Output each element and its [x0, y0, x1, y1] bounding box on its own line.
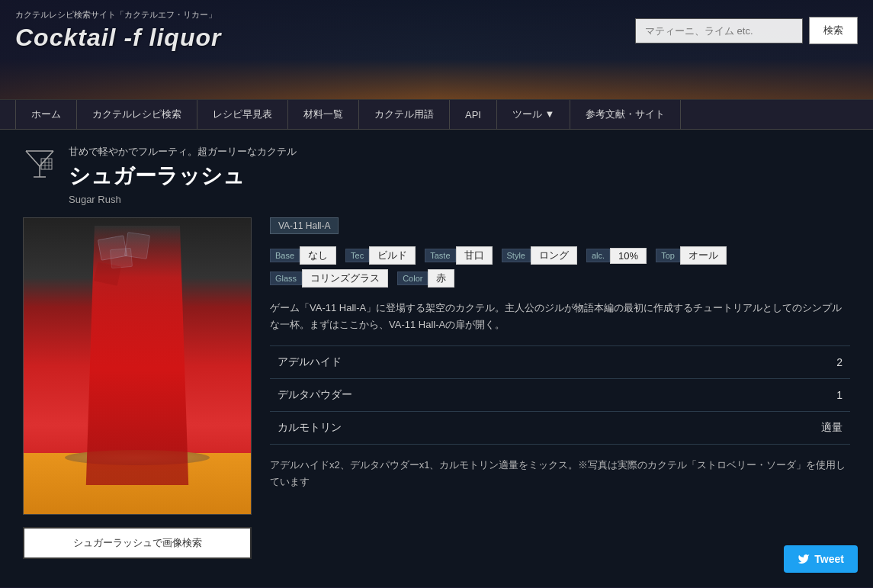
nav-item-tools[interactable]: ツール ▼ — [497, 100, 570, 129]
cocktail-description: ゲーム「VA-11 Hall-A」に登場する架空のカクテル。主人公のジルが物語本… — [270, 300, 850, 333]
cocktail-subtitle: 甘めで軽やかでフルーティ。超ガーリーなカクテル — [69, 145, 297, 159]
attr-value-taste: 甘口 — [456, 246, 493, 265]
cocktail-main-title: シュガーラッシュ — [69, 162, 297, 191]
site-logo: Cocktail -f liquor — [15, 24, 221, 52]
attr-value-tec: ビルド — [369, 246, 416, 265]
search-button[interactable]: 検索 — [809, 17, 858, 44]
ingredient-amount-3: 適量 — [682, 412, 850, 445]
ingredient-name-3: カルモトリン — [270, 412, 682, 445]
recipe-note: アデルハイドx2、デルタパウダーx1、カルモトリン適量をミックス。※写真は実際の… — [270, 457, 850, 490]
header-branding: カクテルレシピ検索サイト「カクテルエフ・リカー」 Cocktail -f liq… — [15, 9, 221, 52]
ingredient-name-1: アデルハイド — [270, 346, 682, 379]
tweet-label: Tweet — [814, 553, 844, 565]
navigation: ホーム カクテルレシピ検索 レシピ早見表 材料一覧 カクテル用語 API ツール… — [0, 99, 873, 130]
ingredient-row-1: アデルハイド 2 — [270, 346, 850, 379]
attr-label-tec: Tec — [345, 249, 369, 262]
attr-value-color: 赤 — [428, 269, 454, 288]
attr-value-top: オール — [680, 246, 727, 265]
attr-value-glass: コリンズグラス — [302, 269, 388, 288]
cocktail-title-block: 甘めで軽やかでフルーティ。超ガーリーなカクテル シュガーラッシュ Sugar R… — [69, 145, 297, 205]
ingredient-row-3: カルモトリン 適量 — [270, 412, 850, 445]
attr-label-base: Base — [270, 249, 300, 262]
cocktail-glass-icon — [23, 148, 56, 182]
nav-inner: ホーム カクテルレシピ検索 レシピ早見表 材料一覧 カクテル用語 API ツール… — [0, 100, 873, 129]
image-search-button[interactable]: シュガーラッシュで画像検索 — [23, 527, 252, 559]
svg-rect-5 — [41, 159, 52, 169]
site-subtitle: カクテルレシピ検索サイト「カクテルエフ・リカー」 — [15, 9, 221, 21]
attr-label-glass: Glass — [270, 272, 302, 285]
left-column: シュガーラッシュで画像検索 — [23, 217, 252, 559]
attr-label-color: Color — [397, 272, 428, 285]
attrs-row-2: Glass コリンズグラス Color 赤 — [270, 269, 850, 288]
tweet-button[interactable]: Tweet — [784, 545, 858, 573]
main-content: 甘めで軽やかでフルーティ。超ガーリーなカクテル シュガーラッシュ Sugar R… — [0, 130, 873, 587]
nav-item-references[interactable]: 参考文献・サイト — [570, 100, 681, 129]
nav-item-recipe-search[interactable]: カクテルレシピ検索 — [77, 100, 197, 129]
nav-item-glossary[interactable]: カクテル用語 — [359, 100, 450, 129]
svg-line-0 — [26, 151, 40, 166]
ingredient-amount-1: 2 — [682, 346, 850, 379]
ingredient-row-2: デルタパウダー 1 — [270, 379, 850, 412]
nav-item-home[interactable]: ホーム — [15, 100, 77, 129]
ingredients-table: アデルハイド 2 デルタパウダー 1 カルモトリン 適量 — [270, 345, 850, 445]
nav-item-ingredients[interactable]: 材料一覧 — [288, 100, 359, 129]
ingredient-amount-2: 1 — [682, 379, 850, 412]
ingredient-name-2: デルタパウダー — [270, 379, 682, 412]
game-tag-badge: VA-11 Hall-A — [270, 217, 339, 234]
attr-value-style: ロング — [531, 246, 577, 265]
content-area: シュガーラッシュで画像検索 VA-11 Hall-A Base なし Tec ビ… — [23, 217, 850, 559]
right-column: VA-11 Hall-A Base なし Tec ビルド Taste 甘口 St… — [270, 217, 850, 559]
header: カクテルレシピ検索サイト「カクテルエフ・リカー」 Cocktail -f liq… — [0, 0, 873, 99]
attr-value-base: なし — [300, 246, 336, 265]
nav-item-recipe-list[interactable]: レシピ早見表 — [197, 100, 288, 129]
cocktail-sub-name: Sugar Rush — [69, 194, 297, 205]
nav-item-api[interactable]: API — [450, 100, 497, 129]
attr-value-alc: 10% — [610, 248, 647, 264]
twitter-icon — [798, 553, 810, 565]
search-input[interactable] — [635, 18, 803, 43]
header-search: 検索 — [635, 17, 858, 44]
attrs-row-1: Base なし Tec ビルド Taste 甘口 Style ロング alc. … — [270, 246, 850, 265]
cocktail-header: 甘めで軽やかでフルーティ。超ガーリーなカクテル シュガーラッシュ Sugar R… — [23, 145, 850, 205]
attr-label-top: Top — [656, 249, 680, 262]
cocktail-image — [23, 217, 252, 515]
attr-label-taste: Taste — [425, 249, 455, 262]
attr-label-style: Style — [502, 249, 531, 262]
attr-label-alc: alc. — [586, 249, 610, 262]
header-content: カクテルレシピ検索サイト「カクテルエフ・リカー」 Cocktail -f liq… — [0, 0, 873, 52]
cocktail-icon — [23, 148, 56, 182]
ice-cube-4 — [94, 262, 122, 286]
glass-body — [84, 226, 191, 485]
